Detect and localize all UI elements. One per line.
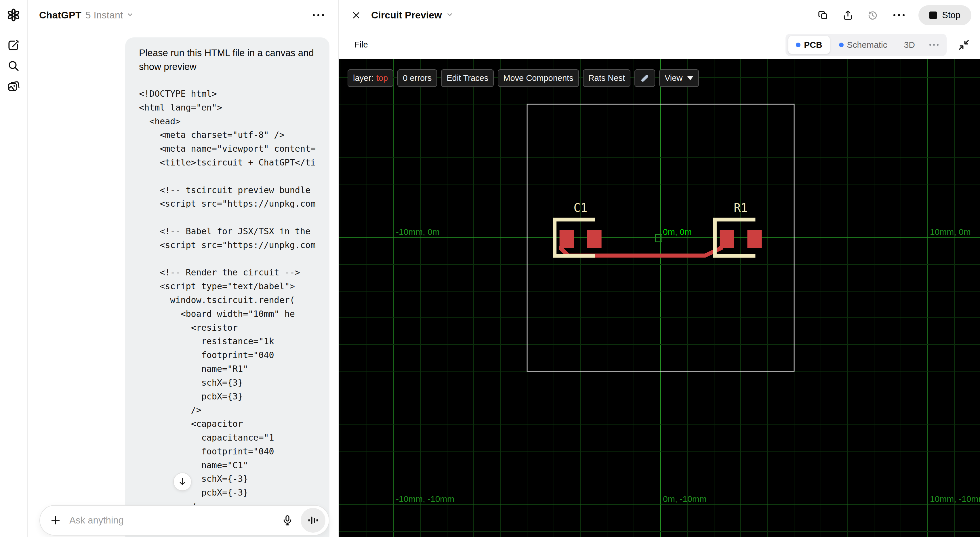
view-label: View (665, 73, 682, 83)
component-ref-label: R1 (734, 201, 748, 214)
schematic-status-dot (839, 43, 844, 47)
history-icon[interactable] (866, 8, 880, 22)
chat-more-icon[interactable] (310, 11, 327, 19)
pcb-canvas[interactable]: C1R1-10mm, 0m0m, 0m10mm, 0m-10mm, -10mm0… (339, 59, 980, 537)
pcb-drawing: C1R1-10mm, 0m0m, 0m10mm, 0m-10mm, -10mm0… (339, 59, 980, 537)
user-message-bubble: Please run this HTML file in a canvas an… (125, 37, 329, 537)
file-menu[interactable]: File (355, 40, 368, 49)
library-icon[interactable] (6, 80, 21, 93)
app-root: ChatGPT 5 Instant Please run this HTML f… (0, 0, 980, 537)
edit-traces-button[interactable]: Edit Traces (441, 69, 494, 87)
component-ref-label: C1 (574, 201, 587, 214)
grid-coord-label: 0m, -10mm (663, 494, 707, 504)
layer-value: top (376, 73, 388, 83)
canvas-title[interactable]: Circuit Preview (371, 10, 442, 21)
left-sidebar (0, 0, 28, 537)
close-icon[interactable] (349, 8, 363, 22)
view-dropdown-button[interactable]: View (659, 69, 699, 87)
share-icon[interactable] (841, 8, 855, 22)
tab-schematic[interactable]: Schematic (832, 36, 895, 54)
attach-plus-icon[interactable] (48, 513, 63, 528)
message-composer[interactable]: Ask anything (40, 505, 329, 535)
tab-3d-label: 3D (904, 40, 915, 50)
tabs-more-icon[interactable] (924, 44, 944, 46)
search-icon[interactable] (6, 59, 21, 73)
canvas-more-icon[interactable] (891, 11, 907, 19)
chat-title[interactable]: ChatGPT (39, 10, 81, 21)
composer-input[interactable]: Ask anything (69, 515, 279, 526)
tab-pcb-label: PCB (804, 40, 822, 50)
chat-header: ChatGPT 5 Instant (28, 0, 338, 30)
pencil-icon (640, 73, 650, 83)
layer-label: layer: (353, 73, 374, 83)
pad (720, 230, 734, 248)
voice-mode-button[interactable] (301, 508, 325, 533)
stop-square-icon (929, 11, 937, 19)
grid-coord-label: 10mm, -10mm (930, 494, 980, 504)
pad (560, 230, 574, 248)
grid-coord-label: -10mm, 0m (396, 227, 440, 237)
view-tabgroup: PCB Schematic 3D (786, 33, 947, 56)
canvas-panel: Circuit Preview (339, 0, 980, 537)
canvas-header: Circuit Preview (339, 0, 980, 30)
rats-nest-button[interactable]: Rats Nest (583, 69, 630, 87)
rats-nest-label: Rats Nest (589, 73, 625, 83)
errors-button[interactable]: 0 errors (397, 69, 437, 87)
move-components-label: Move Components (503, 73, 573, 83)
canvas-subheader: File PCB Schematic 3D (339, 30, 980, 59)
pad (587, 230, 601, 248)
errors-label: 0 errors (403, 73, 431, 83)
chat-model-label[interactable]: 5 Instant (86, 10, 123, 21)
grid-coord-label: 0m, 0m (663, 227, 692, 237)
pencil-tool-button[interactable] (635, 69, 655, 87)
chevron-down-icon[interactable] (446, 11, 453, 19)
pcb-toolbar: layer: top 0 errors Edit Traces Move Com… (348, 69, 699, 87)
dropdown-triangle-icon (687, 76, 694, 80)
grid-coord-label: -10mm, -10mm (396, 494, 454, 504)
waveform-icon (307, 514, 319, 526)
mic-icon[interactable] (279, 512, 296, 528)
chevron-down-icon[interactable] (126, 11, 134, 19)
tab-3d[interactable]: 3D (897, 36, 923, 54)
scroll-to-bottom-button[interactable] (173, 473, 192, 491)
new-chat-icon[interactable] (6, 38, 21, 52)
tab-pcb[interactable]: PCB (788, 36, 829, 54)
grid-coord-label: 10mm, 0m (930, 227, 971, 237)
collapse-icon[interactable] (956, 37, 971, 53)
edit-traces-label: Edit Traces (447, 73, 488, 83)
user-message-text: Please run this HTML file in a canvas an… (139, 46, 316, 74)
user-message-code: <!DOCTYPE html><html lang="en"> <head> <… (139, 87, 316, 513)
copy-icon[interactable] (816, 8, 830, 22)
stop-label: Stop (942, 10, 961, 21)
chat-panel: ChatGPT 5 Instant Please run this HTML f… (28, 0, 339, 537)
stop-button[interactable]: Stop (918, 5, 971, 25)
pcb-status-dot (796, 43, 800, 47)
tab-schematic-label: Schematic (847, 40, 887, 50)
pad (747, 230, 762, 248)
arrow-down-icon (178, 477, 187, 486)
layer-button[interactable]: layer: top (348, 69, 393, 87)
move-components-button[interactable]: Move Components (498, 69, 579, 87)
openai-logo-icon[interactable] (6, 8, 21, 22)
